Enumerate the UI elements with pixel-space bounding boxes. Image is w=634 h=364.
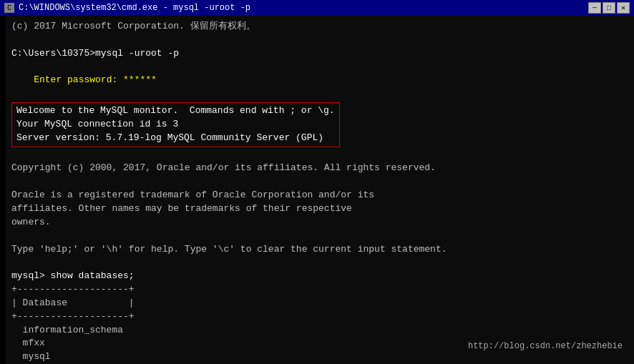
help-line: Type 'help;' or '\h' for help. Type '\c'… <box>11 243 628 257</box>
table-sep1: +--------------------+ <box>11 283 628 297</box>
title-bar: C C:\WINDOWS\system32\cmd.exe - mysql -u… <box>0 0 634 16</box>
oracle-line3: owners. <box>11 216 628 230</box>
blank2 <box>11 149 628 162</box>
table-header: | Database | <box>11 297 628 310</box>
welcome-line2: Your MySQL connection id is 3 <box>16 118 335 132</box>
welcome-line3: Server version: 5.7.19-log MySQL Communi… <box>16 132 335 145</box>
password-value: ****** <box>123 74 157 85</box>
terminal: (c) 2017 Microsoft Corporation. 保留所有权利。 … <box>6 16 634 364</box>
blank4 <box>11 230 628 243</box>
password-line: Enter password: ****** <box>11 61 628 102</box>
db-row-1: information_schema <box>11 324 628 338</box>
db-row-3: mysql <box>11 350 628 364</box>
close-button[interactable]: ✕ <box>617 2 630 14</box>
command-line: C:\Users\10375>mysql -uroot -p <box>11 47 628 61</box>
window-controls: ─ □ ✕ <box>588 2 630 14</box>
password-label: Enter password: <box>34 74 123 85</box>
welcome-line1: Welcome to the MySQL monitor. Commands e… <box>16 104 335 118</box>
blank1 <box>11 34 628 47</box>
maximize-button[interactable]: □ <box>603 2 615 14</box>
welcome-box: Welcome to the MySQL monitor. Commands e… <box>11 102 340 147</box>
minimize-button[interactable]: ─ <box>588 2 601 14</box>
table-sep2: +--------------------+ <box>11 310 628 324</box>
blank3 <box>11 175 628 189</box>
window-title: C:\WINDOWS\system32\cmd.exe - mysql -uro… <box>19 3 588 13</box>
show-databases-cmd: mysql> show databases; <box>11 270 628 283</box>
oracle-line2: affiliates. Other names may be trademark… <box>11 202 628 216</box>
oracle-line1: Oracle is a registered trademark of Orac… <box>11 189 628 202</box>
watermark: http://blog.csdn.net/zhezhebie <box>468 341 623 351</box>
copyright-oracle: Copyright (c) 2000, 2017, Oracle and/or … <box>11 162 628 175</box>
copyright-ms: (c) 2017 Microsoft Corporation. 保留所有权利。 <box>11 20 628 34</box>
blank5 <box>11 256 628 270</box>
cmd-icon: C <box>4 3 14 13</box>
